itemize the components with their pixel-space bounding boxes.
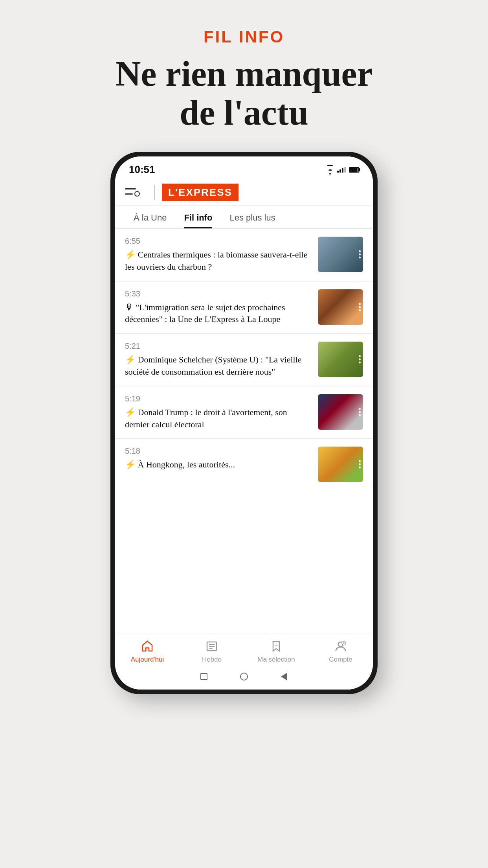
news-item-2[interactable]: 5:33 🎙 "L'immigration sera le sujet des …	[115, 281, 373, 334]
news-icon-4: ⚡	[125, 407, 136, 417]
news-content-1: 6:55 ⚡ Centrales thermiques : la biomass…	[125, 237, 318, 273]
news-content-4: 5:19 ⚡ Donald Trump : le droit à l'avort…	[125, 394, 318, 431]
news-thumb-3	[318, 342, 363, 377]
newspaper-icon	[204, 639, 219, 654]
promo-headline: Ne rien manquer de l'actu	[0, 54, 488, 132]
svg-rect-0	[146, 648, 149, 651]
signal-icon	[337, 167, 346, 173]
news-title-2: 🎙 "L'immigration sera le sujet des proch…	[125, 302, 312, 326]
news-item-3[interactable]: 5:21 ⚡ Dominique Schelcher (Système U) :…	[115, 334, 373, 386]
news-item-1[interactable]: 6:55 ⚡ Centrales thermiques : la biomass…	[115, 229, 373, 281]
tab-fil-info[interactable]: Fil info	[175, 206, 221, 228]
wifi-icon	[326, 165, 334, 175]
back-icon	[281, 673, 287, 680]
phone-outer: 10:51	[110, 152, 378, 694]
news-title-4: ⚡ Donald Trump : le droit à l'avortement…	[125, 406, 312, 431]
news-title-5: ⚡ À Hongkong, les autorités...	[125, 459, 312, 471]
android-recents-button[interactable]	[200, 672, 208, 681]
tab-les-plus-lus[interactable]: Les plus lus	[221, 206, 284, 228]
nav-label-ma-selection: Ma sélection	[257, 656, 295, 664]
nav-item-aujourd-hui[interactable]: Aujourd'hui	[115, 639, 180, 664]
news-thumb-5	[318, 447, 363, 482]
news-time-1: 6:55	[125, 237, 312, 246]
news-time-4: 5:19	[125, 394, 312, 403]
battery-icon	[349, 167, 359, 173]
search-row	[125, 191, 140, 197]
phone-inner: 10:51	[115, 156, 373, 690]
nav-item-hebdo[interactable]: Hebdo	[180, 639, 244, 664]
news-icon-1: ⚡	[125, 250, 136, 259]
menu-line-1	[125, 188, 136, 189]
news-title-3: ⚡ Dominique Schelcher (Système U) : "La …	[125, 354, 312, 378]
status-icons	[326, 165, 359, 175]
home-icon	[140, 639, 155, 654]
recents-icon	[200, 673, 207, 680]
news-content-2: 5:33 🎙 "L'immigration sera le sujet des …	[125, 289, 318, 326]
lexpress-logo[interactable]: L'EXPRESS	[162, 184, 238, 201]
android-home-button[interactable]	[240, 672, 248, 681]
thumb-dots-1[interactable]	[359, 250, 361, 259]
account-icon	[333, 639, 348, 654]
fil-info-label: FIL INFO	[0, 28, 488, 46]
news-item-4[interactable]: 5:19 ⚡ Donald Trump : le droit à l'avort…	[115, 386, 373, 439]
nav-item-compte[interactable]: Compte	[308, 639, 373, 664]
nav-label-aujourd-hui: Aujourd'hui	[131, 656, 164, 664]
news-time-2: 5:33	[125, 289, 312, 298]
nav-label-compte: Compte	[329, 656, 352, 664]
app-header: L'EXPRESS	[115, 180, 373, 206]
news-content-3: 5:21 ⚡ Dominique Schelcher (Système U) :…	[125, 342, 318, 378]
bottom-nav: Aujourd'hui Hebdo	[115, 634, 373, 667]
header-divider	[154, 185, 155, 200]
news-time-5: 5:18	[125, 447, 312, 456]
tab-a-la-une[interactable]: À la Une	[125, 206, 175, 228]
bookmark-icon	[269, 639, 284, 654]
news-content-5: 5:18 ⚡ À Hongkong, les autorités...	[125, 447, 318, 471]
status-time: 10:51	[129, 164, 155, 176]
tabs-bar: À la Une Fil info Les plus lus	[115, 206, 373, 229]
news-time-3: 5:21	[125, 342, 312, 351]
news-icon-3: ⚡	[125, 355, 136, 364]
promo-section: FIL INFO Ne rien manquer de l'actu	[0, 0, 488, 148]
news-feed: 6:55 ⚡ Centrales thermiques : la biomass…	[115, 229, 373, 634]
thumb-dots-5[interactable]	[359, 460, 361, 469]
android-nav-bar	[115, 667, 373, 690]
thumb-dots-2[interactable]	[359, 303, 361, 311]
phone-mockup: 10:51	[110, 152, 378, 694]
nav-label-hebdo: Hebdo	[202, 656, 222, 664]
menu-search-button[interactable]	[125, 188, 140, 197]
news-icon-2: 🎙	[125, 302, 134, 312]
search-icon	[134, 191, 140, 197]
news-item-5[interactable]: 5:18 ⚡ À Hongkong, les autorités...	[115, 439, 373, 486]
thumb-dots-3[interactable]	[359, 355, 361, 364]
news-thumb-2	[318, 289, 363, 325]
status-bar: 10:51	[115, 156, 373, 180]
news-title-1: ⚡ Centrales thermiques : la biomasse sau…	[125, 249, 312, 273]
nav-item-ma-selection[interactable]: Ma sélection	[244, 639, 308, 664]
home-button-icon	[240, 673, 248, 680]
news-thumb-4	[318, 394, 363, 430]
android-back-button[interactable]	[280, 672, 288, 681]
menu-line-2	[125, 193, 133, 195]
thumb-dots-4[interactable]	[359, 408, 361, 416]
news-thumb-1	[318, 237, 363, 272]
news-icon-5: ⚡	[125, 460, 136, 469]
